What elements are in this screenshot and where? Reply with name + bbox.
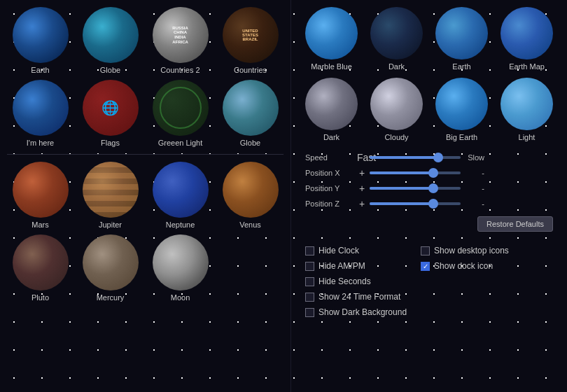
- earth-marble[interactable]: [305, 7, 358, 59]
- positiony-track[interactable]: [370, 187, 461, 190]
- globe-countries[interactable]: UNITEDSTATESBRAZIL: [223, 7, 279, 63]
- left-panel: Earth Globe RUSSIACHINAINDIAAFRICA Count…: [0, 0, 290, 392]
- earth-earthmap[interactable]: [500, 7, 553, 59]
- countries-text: UNITEDSTATESBRAZIL: [241, 27, 260, 43]
- positionx-minus: -: [463, 169, 484, 177]
- globe-item-globe: Globe: [79, 7, 142, 74]
- globe-jupiter[interactable]: [83, 162, 139, 218]
- globe-venus[interactable]: [223, 162, 279, 218]
- globe-item-earth: Earth: [9, 7, 72, 74]
- earth-light[interactable]: [500, 78, 553, 130]
- globe-item-imhere: I'm here: [9, 80, 72, 147]
- positiony-label: Position Y: [305, 184, 354, 192]
- checkbox-show-dark[interactable]: Show Dark Background: [305, 307, 407, 317]
- hide-clock-label: Hide Clock: [318, 246, 359, 255]
- show-dark-checkbox[interactable]: [305, 308, 314, 317]
- speed-thumb[interactable]: [433, 153, 443, 162]
- globe-mars[interactable]: [13, 162, 69, 218]
- globe-globe2[interactable]: [223, 80, 279, 136]
- checkbox-show24[interactable]: Show 24 Time Format: [305, 292, 407, 302]
- flags-emoji: 🌐: [102, 99, 119, 116]
- positiony-minus: -: [463, 184, 484, 192]
- checkbox-hide-seconds[interactable]: Hide Seconds: [305, 276, 407, 286]
- checkbox-show-dock[interactable]: ✓ Show dock icon: [421, 261, 509, 271]
- right-panel: Marble Blue Dark Earth Earth Map Dark: [290, 0, 567, 392]
- positionz-track[interactable]: [370, 202, 461, 205]
- positionx-plus: +: [357, 167, 367, 178]
- earth-dark2[interactable]: [305, 78, 358, 130]
- positiony-fill: [370, 187, 433, 190]
- globe-label-mercury: Mercury: [97, 293, 125, 302]
- globe-mercury[interactable]: [83, 234, 139, 290]
- divider: [7, 154, 284, 155]
- earth-item-earthmap: Earth Map: [497, 7, 556, 71]
- earth-dark[interactable]: [370, 7, 423, 59]
- speed-track[interactable]: [370, 156, 461, 159]
- positionz-thumb[interactable]: [428, 199, 438, 209]
- positionz-minus: -: [463, 200, 484, 208]
- jupiter-bands: [83, 162, 139, 218]
- earth-item-dark2: Dark: [302, 78, 361, 141]
- restore-defaults-button[interactable]: Restore Defaults: [477, 216, 553, 232]
- positionx-row: Position X + -: [305, 167, 553, 178]
- globe-pluto[interactable]: [13, 234, 69, 290]
- earth-earth-r[interactable]: [435, 7, 488, 59]
- earth-label-marble: Marble Blue: [311, 62, 352, 71]
- globe-label-globe2: Globe: [240, 139, 260, 147]
- earth-label-bigearth: Big Earth: [446, 133, 477, 141]
- globe-item-empty: [219, 234, 282, 302]
- globe-flags[interactable]: 🌐: [83, 80, 139, 136]
- hide-clock-checkbox[interactable]: [305, 246, 314, 255]
- globe-label-pluto: Pluto: [31, 293, 49, 302]
- positionz-fill: [370, 202, 433, 205]
- earth-label-dark2: Dark: [323, 133, 340, 141]
- positionx-thumb[interactable]: [428, 168, 438, 178]
- positiony-plus: +: [357, 183, 367, 194]
- globe-item-mars: Mars: [9, 162, 72, 229]
- globe-item-venus: Venus: [219, 162, 282, 229]
- earth-item-bigearth: Big Earth: [432, 78, 491, 141]
- globe-moon[interactable]: [153, 234, 209, 290]
- earth-label-dark: Dark: [388, 62, 405, 71]
- earth-label-earth: Earth: [452, 62, 470, 71]
- globe-label-globe: Globe: [100, 66, 120, 74]
- positionx-label: Position X: [305, 169, 354, 177]
- globe-earth[interactable]: [13, 7, 69, 63]
- globe-neptune[interactable]: [153, 162, 209, 218]
- globe-label-earth: Earth: [31, 66, 49, 74]
- show-dock-label: Show dock icon: [434, 261, 493, 271]
- globe-label-neptune: Neptune: [166, 220, 195, 229]
- positionx-fill: [370, 172, 433, 174]
- hide-seconds-checkbox[interactable]: [305, 277, 314, 286]
- globe-green[interactable]: [153, 80, 209, 136]
- earth-cloudy[interactable]: [370, 78, 423, 130]
- speed-row: Speed Fast Slow: [305, 152, 553, 163]
- positiony-thumb[interactable]: [428, 183, 438, 193]
- show-dock-checkbox[interactable]: ✓: [421, 262, 430, 271]
- globe-item-moon: Moon: [149, 234, 212, 302]
- hide-seconds-label: Hide Seconds: [318, 276, 371, 286]
- globe-item-jupiter: Jupiter: [79, 162, 142, 229]
- globe-item-mercury: Mercury: [79, 234, 142, 302]
- globe-label-flags: Flags: [101, 139, 120, 147]
- positionz-plus: +: [357, 198, 367, 209]
- globe-item-flags: 🌐 Flags: [79, 80, 142, 147]
- checkbox-show-desktop[interactable]: Show desktop icons: [421, 246, 509, 255]
- speed-label: Speed: [305, 153, 354, 162]
- show24-checkbox[interactable]: [305, 293, 314, 302]
- globe-countries2[interactable]: RUSSIACHINAINDIAAFRICA: [153, 7, 209, 63]
- show-desktop-checkbox[interactable]: [421, 246, 430, 255]
- hide-ampm-checkbox[interactable]: [305, 262, 314, 271]
- earth-bigearth[interactable]: [435, 78, 488, 130]
- globe-globe[interactable]: [83, 7, 139, 63]
- earth-item-light: Light: [497, 78, 556, 141]
- globe-imhere[interactable]: [13, 80, 69, 136]
- positiony-row: Position Y + -: [305, 183, 553, 194]
- globe-label-jupiter: Jupiter: [99, 220, 122, 229]
- checkbox-hide-ampm[interactable]: Hide AM/PM: [305, 261, 407, 271]
- controls-section: Speed Fast Slow Position X + -: [298, 148, 560, 235]
- globe-label-countries: Countries: [234, 66, 267, 74]
- globe-label-imhere: I'm here: [27, 139, 54, 147]
- checkbox-hide-clock[interactable]: Hide Clock: [305, 246, 407, 255]
- positionx-track[interactable]: [370, 172, 461, 174]
